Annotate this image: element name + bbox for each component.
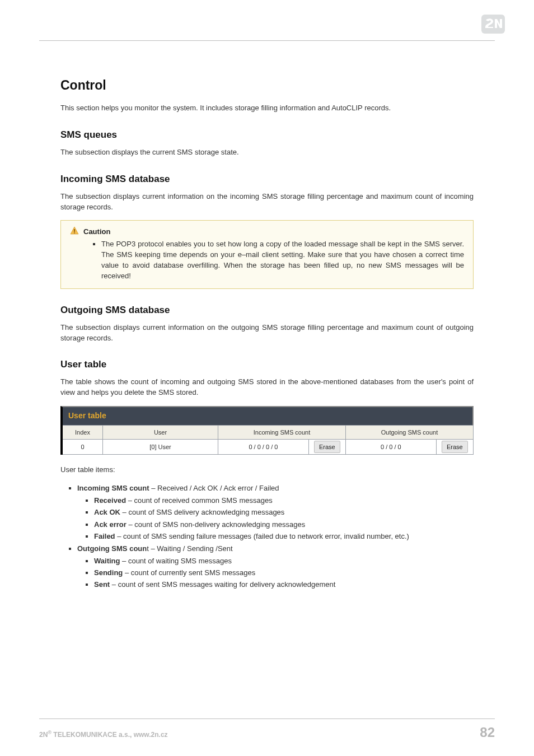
item-sent-label: Sent: [94, 580, 110, 589]
footer-company-sup: ®: [48, 730, 51, 735]
brand-logo: [481, 15, 505, 34]
text-control-intro: This section helps you monitor the syste…: [60, 103, 474, 114]
footer-company-rest: TELEKOMUNIKACE a.s., www.2n.cz: [51, 731, 168, 739]
cell-index: 0: [62, 440, 103, 455]
erase-incoming-button[interactable]: Erase: [314, 441, 340, 453]
text-sms-queues: The subsection displays the current SMS …: [60, 147, 474, 158]
item-sending-label: Sending: [94, 568, 123, 577]
caution-header: Caution: [70, 226, 464, 237]
text-incoming-db: The subsection displays current informat…: [60, 192, 474, 213]
text-outgoing-db: The subsection displays current informat…: [60, 323, 474, 344]
item-received-label: Received: [94, 496, 126, 505]
svg-rect-1: [74, 229, 75, 232]
item-failed-desc: – count of SMS sending failure messages …: [115, 532, 409, 540]
item-incoming-desc: – Received / Ack OK / Ack error / Failed: [149, 484, 279, 492]
heading-incoming-db: Incoming SMS database: [60, 174, 474, 185]
table-row: 0 [0] User 0 / 0 / 0 / 0 Erase 0 / 0 / 0…: [62, 440, 474, 455]
list-item: Outgoing SMS count – Waiting / Sending /…: [77, 544, 474, 590]
item-incoming-label: Incoming SMS count: [77, 484, 149, 492]
col-user: User: [103, 426, 218, 440]
caution-panel: Caution The POP3 protocol enables you to…: [60, 220, 474, 288]
user-table-widget: User table Index User Incoming SMS count…: [60, 406, 474, 455]
text-user-table: The table shows the count of incoming an…: [60, 377, 474, 398]
list-item: Incoming SMS count – Received / Ack OK /…: [77, 483, 474, 542]
list-item: Sent – count of sent SMS messages waitin…: [94, 580, 474, 590]
list-item: Received – count of received common SMS …: [94, 496, 474, 506]
erase-outgoing-button[interactable]: Erase: [442, 441, 468, 453]
col-index: Index: [62, 426, 103, 440]
items-list: Incoming SMS count – Received / Ack OK /…: [77, 483, 474, 590]
list-item: Ack OK – count of SMS delivery acknowled…: [94, 507, 474, 517]
item-ackerr-desc: – count of SMS non-delivery acknowledgin…: [127, 520, 305, 529]
user-table-title: User table: [60, 406, 474, 425]
warning-icon: [70, 226, 79, 237]
table-header-row: Index User Incoming SMS count Outgoing S…: [62, 426, 474, 440]
page-footer: 2N® TELEKOMUNIKACE a.s., www.2n.cz 82: [39, 718, 495, 740]
cell-outgoing-erase: Erase: [436, 440, 473, 455]
item-ackok-desc: – count of SMS delivery acknowledging me…: [120, 508, 284, 516]
list-item: Waiting – count of waiting SMS messages: [94, 556, 474, 566]
content-area: Control This section helps you monitor t…: [39, 41, 495, 590]
heading-control: Control: [60, 78, 474, 93]
item-waiting-label: Waiting: [94, 557, 120, 565]
heading-user-table: User table: [60, 359, 474, 370]
heading-outgoing-db: Outgoing SMS database: [60, 305, 474, 316]
item-ackok-label: Ack OK: [94, 508, 120, 516]
caution-body: The POP3 protocol enables you to set how…: [70, 239, 464, 281]
list-item: Ack error – count of SMS non-delivery ac…: [94, 520, 474, 530]
item-outgoing-label: Outgoing SMS coun: [77, 544, 147, 553]
footer-company: 2N® TELEKOMUNIKACE a.s., www.2n.cz: [39, 730, 168, 739]
col-outgoing: Outgoing SMS count: [345, 426, 473, 440]
cell-user: [0] User: [103, 440, 218, 455]
item-received-desc: – count of received common SMS messages: [126, 496, 273, 505]
col-incoming: Incoming SMS count: [218, 426, 345, 440]
item-sent-desc: – count of sent SMS messages waiting for…: [110, 580, 335, 589]
cell-outgoing-count: 0 / 0 / 0: [345, 440, 436, 455]
caution-text: The POP3 protocol enables you to set how…: [101, 239, 464, 281]
user-table: Index User Incoming SMS count Outgoing S…: [60, 425, 474, 455]
item-outgoing-t: t – Waiting / Sending /Sent: [147, 544, 232, 553]
footer-company-prefix: 2N: [39, 731, 48, 739]
cell-incoming-count: 0 / 0 / 0 / 0: [218, 440, 308, 455]
list-item: Failed – count of SMS sending failure me…: [94, 531, 474, 542]
document-page: Control This section helps you monitor t…: [0, 0, 534, 756]
cell-incoming-erase: Erase: [308, 440, 345, 455]
page-number: 82: [480, 725, 495, 740]
svg-rect-2: [74, 232, 75, 234]
text-user-table-items: User table items:: [60, 465, 474, 475]
item-waiting-desc: – count of waiting SMS messages: [120, 557, 231, 565]
item-sending-desc: – count of currently sent SMS messages: [123, 568, 255, 577]
list-item: Sending – count of currently sent SMS me…: [94, 568, 474, 578]
caution-title: Caution: [83, 227, 110, 236]
item-ackerr-label: Ack error: [94, 520, 127, 529]
heading-sms-queues: SMS queues: [60, 129, 474, 141]
item-failed-label: Failed: [94, 532, 115, 540]
